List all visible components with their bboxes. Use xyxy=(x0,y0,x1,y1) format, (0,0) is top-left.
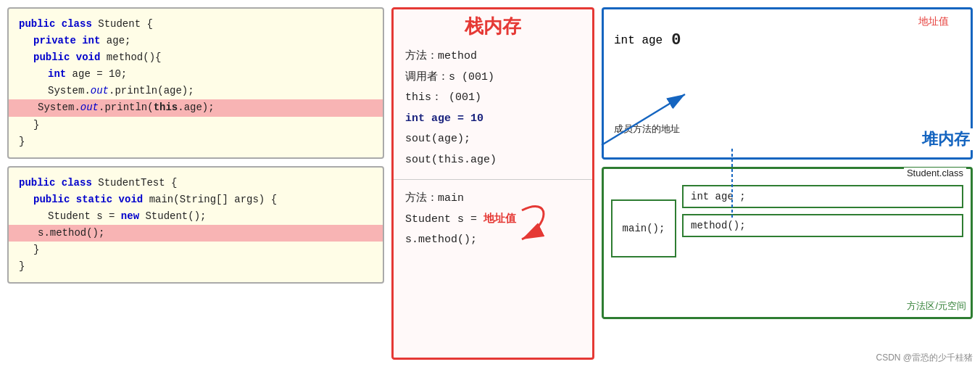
stack-s-method: s.method(); xyxy=(405,230,581,251)
stack-box: 栈内存 方法：method 调用者：s (001) this： (001) in… xyxy=(391,7,594,360)
code-line-3: public void method(){ xyxy=(19,49,373,66)
code-line-t1: public class StudentTest { xyxy=(19,175,373,191)
stack-method-label: 方法：method xyxy=(405,46,581,67)
code-line-1: public class Student { xyxy=(19,16,373,33)
stack-sout2-label: sout(this.age) xyxy=(405,150,581,171)
middle-column: 栈内存 方法：method 调用者：s (001) this： (001) in… xyxy=(391,7,594,360)
student-class-title: Student.class xyxy=(904,168,966,178)
stack-this-label: this： (001) xyxy=(405,88,581,109)
sc-int-age-label: int age ; xyxy=(691,191,746,202)
student-class-box: Student.class main(); int age ; method()… xyxy=(602,167,973,319)
code-line-6-highlighted: System.out.println(this.age); xyxy=(9,99,383,116)
code-line-7: } xyxy=(19,117,373,133)
code-line-t3: Student s = new Student(); xyxy=(19,208,373,225)
sc-int-age-box: int age ; xyxy=(682,185,963,208)
right-column: 地址值 int age 0 成员方法的地址 堆内存 Student.class … xyxy=(602,7,973,360)
code-line-8: } xyxy=(19,133,373,150)
code-line-t2: public static void main(String[] args) { xyxy=(19,191,373,208)
student-code-box: public class Student { private int age; … xyxy=(7,7,384,159)
stack-title: 栈内存 xyxy=(394,9,592,42)
method-area-label: 方法区/元空间 xyxy=(907,300,966,313)
sc-main-label: main(); xyxy=(623,223,665,234)
sc-method-label: method(); xyxy=(691,220,746,231)
code-line-t6: } xyxy=(19,258,373,275)
heap-title: 堆内存 xyxy=(919,128,973,150)
stack-section-method: 方法：method 调用者：s (001) this： (001) int ag… xyxy=(394,42,592,175)
stack-student-s: Student s = 地址值 xyxy=(405,210,581,231)
main-container: public class Student { private int age; … xyxy=(0,0,980,367)
code-line-2: private int age; xyxy=(19,33,373,49)
code-line-t4-highlighted: s.method(); xyxy=(9,225,383,242)
code-line-t5: } xyxy=(19,242,373,258)
heap-address-label: 地址值 xyxy=(918,15,949,28)
sc-method-box: method(); xyxy=(682,214,963,237)
stack-section-main: 方法：main Student s = 地址值 s.method(); xyxy=(394,184,592,255)
stack-int-age-label: int age = 10 xyxy=(405,109,581,130)
stack-sout1-label: sout(age); xyxy=(405,129,581,150)
heap-int-age: int age xyxy=(614,34,663,47)
sc-main-box: main(); xyxy=(611,199,676,257)
stack-caller-label: 调用者：s (001) xyxy=(405,67,581,88)
heap-field: int age 0 xyxy=(614,31,681,49)
heap-zero-value: 0 xyxy=(671,31,681,49)
stack-divider xyxy=(394,179,592,180)
code-line-4: int age = 10; xyxy=(19,66,373,83)
heap-box: 地址值 int age 0 成员方法的地址 堆内存 xyxy=(602,7,973,160)
sc-right: int age ; method(); xyxy=(682,185,963,313)
student-class-inner: main(); int age ; method(); xyxy=(611,173,963,313)
stack-main-label: 方法：main xyxy=(405,189,581,210)
csdn-label: CSDN @雷恐的少千桂猪 xyxy=(876,352,973,364)
heap-inner: int age 0 xyxy=(614,17,960,49)
left-column: public class Student { private int age; … xyxy=(7,7,384,360)
heap-method-area-label: 成员方法的地址 xyxy=(614,123,680,136)
student-test-code-box: public class StudentTest { public static… xyxy=(7,166,384,284)
stack-address-value: 地址值 xyxy=(483,213,516,226)
code-line-5: System.out.println(age); xyxy=(19,83,373,99)
